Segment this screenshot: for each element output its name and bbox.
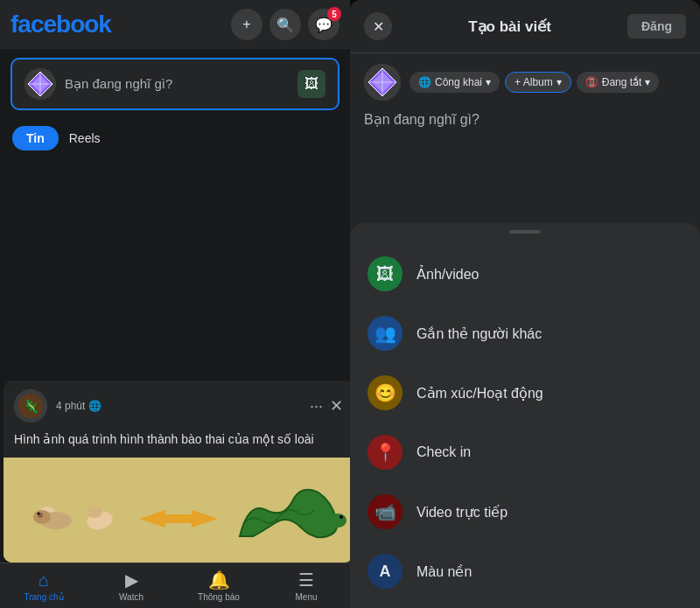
photo-video-item[interactable]: 🖼 Ảnh/video [350,244,700,304]
messenger-badge: 5 [327,7,341,21]
modal-textarea[interactable]: Bạn đang nghĩ gì? [350,111,700,223]
post-box[interactable]: Bạn đang nghĩ gì? 🖼 [10,58,340,110]
check-in-icon: 📍 [368,435,402,470]
post-close-button[interactable]: ✕ [330,396,343,416]
reels-button[interactable]: Reels [69,131,101,145]
nav-home-label: Trang chủ [24,592,63,602]
nav-watch[interactable]: ▶ Watch [88,563,175,608]
svg-point-15 [329,514,346,528]
facebook-logo: facebook [10,10,224,38]
nav-menu-label: Menu [295,592,317,602]
nav-notifications[interactable]: 🔔 Thông báo [175,563,262,608]
album-button[interactable]: + Album ▾ [505,72,571,93]
feeling-item[interactable]: 😊 Cảm xúc/Hoạt động [350,363,700,423]
chevron-down-icon: ▾ [556,76,562,88]
search-button[interactable]: 🔍 [270,9,301,40]
modal-close-button[interactable]: ✕ [364,12,392,40]
post-card: 🦎 4 phút 🌐 ··· ✕ Hình ảnh quá trình hình… [4,381,354,563]
nav-menu[interactable]: ☰ Menu [262,563,350,608]
photo-video-label: Ảnh/video [416,266,480,283]
right-panel: ✕ Tạo bài viết Đăng 🌐 Công khai [350,0,700,608]
post-submit-button[interactable]: Đăng [627,14,686,38]
post-text: Hình ảnh quá trình hình thành bào thai c… [4,431,354,458]
background-icon: A [368,554,402,589]
live-video-icon: 📹 [368,494,402,529]
add-icon: + [242,17,250,32]
tag-people-item[interactable]: 👥 Gắn thẻ người khác [350,304,700,363]
close-icon: ✕ [373,18,384,35]
post-header: 🦎 4 phút 🌐 ··· ✕ [4,381,354,431]
modal-user-row: 🌐 Công khai ▾ + Album ▾ 📵 Đang tắt ▾ [350,53,700,111]
app-header: facebook + 🔍 💬 5 [0,0,350,49]
modal-controls: 🌐 Công khai ▾ + Album ▾ 📵 Đang tắt ▾ [410,72,659,93]
status-icon: 📵 [585,76,598,88]
svg-text:🦎: 🦎 [24,399,39,414]
home-icon: ⌂ [38,570,49,591]
check-in-label: Check in [416,444,471,460]
chevron-down-icon: ▾ [645,76,650,88]
story-row: Tin Reels [0,119,350,157]
privacy-icon: 🌐 [88,400,102,412]
modal-title: Tạo bài viết [392,17,627,36]
tag-people-label: Gắn thẻ người khác [416,325,542,342]
photo-icon-button[interactable]: 🖼 [298,70,326,98]
watch-icon: ▶ [125,570,138,591]
feeling-label: Cảm xúc/Hoạt động [416,385,543,402]
post-meta: 4 phút 🌐 [56,400,301,412]
check-in-item[interactable]: 📍 Check in [350,423,700,482]
tin-button[interactable]: Tin [12,126,59,150]
svg-point-13 [87,506,102,518]
svg-point-20 [38,513,40,515]
post-placeholder[interactable]: Bạn đang nghĩ gì? [65,76,289,92]
background-item[interactable]: A Màu nền [350,542,700,601]
post-image [4,458,354,563]
post-author-avatar: 🦎 [14,389,47,423]
globe-icon: 🌐 [418,76,431,88]
bottom-sheet: 🖼 Ảnh/video 👥 Gắn thẻ người khác 😊 Cảm x… [350,223,700,608]
photo-video-icon: 🖼 [368,256,402,291]
privacy-button[interactable]: 🌐 Công khai ▾ [410,72,500,93]
tag-people-icon: 👥 [368,316,402,351]
add-button[interactable]: + [231,9,262,40]
search-icon: 🔍 [276,17,294,33]
modal-header: ✕ Tạo bài viết Đăng [350,0,700,53]
post-time: 4 phút 🌐 [56,400,301,412]
messenger-button[interactable]: 💬 5 [308,9,340,40]
feeling-icon: 😊 [368,375,402,410]
chevron-down-icon: ▾ [486,76,491,88]
menu-icon: ☰ [298,570,314,591]
svg-point-16 [340,515,343,519]
background-label: Màu nền [416,563,472,580]
user-avatar [24,68,56,100]
bell-icon: 🔔 [208,570,230,591]
sheet-handle [509,230,541,234]
nav-home[interactable]: ⌂ Trang chủ [0,563,88,608]
create-post-modal: ✕ Tạo bài viết Đăng 🌐 Công khai [350,0,700,608]
bottom-nav: ⌂ Trang chủ ▶ Watch 🔔 Thông báo ☰ Menu [0,563,350,608]
post-actions: ··· ✕ [310,396,343,416]
live-video-label: Video trực tiếp [416,504,508,521]
status-button[interactable]: 📵 Đang tắt ▾ [577,72,660,93]
left-panel: facebook + 🔍 💬 5 Bạn đang nghĩ gì? 🖼 [0,0,350,608]
live-video-item[interactable]: 📹 Video trực tiếp [350,482,700,542]
post-menu-button[interactable]: ··· [310,397,323,416]
photo-icon: 🖼 [304,76,318,92]
nav-watch-label: Watch [119,592,144,602]
nav-notifications-label: Thông báo [198,592,240,602]
modal-user-avatar [364,64,401,101]
